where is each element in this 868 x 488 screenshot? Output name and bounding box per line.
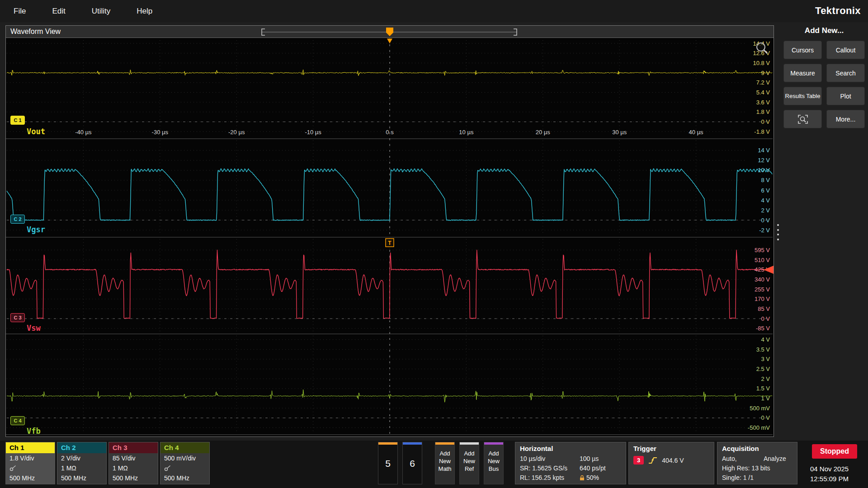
channel-1-panel[interactable]: Ch 1 1.8 V/div 500 MHz (5, 442, 55, 484)
results-table-button[interactable]: Results Table (783, 87, 822, 105)
measure-button[interactable]: Measure (783, 64, 822, 82)
channel-3-panel-label[interactable]: Ch 3 (109, 442, 158, 453)
channel-1-bandwidth: 500 MHz (6, 473, 55, 483)
tektronix-logo: Tektronix (815, 5, 861, 17)
trigger-source-badge: 3 (633, 456, 644, 465)
menu-file[interactable]: File (14, 7, 26, 16)
channel-3-scale: 85 V/div (109, 453, 158, 463)
channel-badge-c4[interactable]: C 4 (10, 416, 25, 425)
time-label: -30 µs (152, 129, 169, 136)
horizontal-sample-resolution: 640 ps/pt (580, 464, 606, 473)
scale-label-ch1: 3.6 V (756, 99, 770, 106)
acquisition-mode: Auto, (722, 454, 764, 464)
waveform-trace-ch3[interactable] (7, 250, 772, 319)
cursors-button[interactable]: Cursors (783, 41, 822, 59)
menu-edit[interactable]: Edit (52, 7, 65, 16)
channel-3-bandwidth: 500 MHz (109, 473, 158, 483)
channel-4-panel[interactable]: Ch 4 500 mV/div 500 MHz (160, 442, 210, 484)
scale-label-ch2: 2 V (761, 207, 770, 214)
scale-label-ch4: 500 mV (750, 405, 770, 412)
zoom-magnifier-icon[interactable] (757, 43, 765, 51)
horizontal-overview-bar[interactable] (6, 26, 774, 38)
add-new-bus-button[interactable]: Add New Bus (484, 442, 504, 484)
waveform-view[interactable]: 14.4 V12.6 V10.8 V9 V7.2 V5.4 V3.6 V1.8 … (5, 25, 774, 437)
scale-label-ch4: 2.5 V (756, 366, 770, 372)
scale-label-ch1: -1.8 V (754, 128, 770, 135)
zoom-select-button[interactable] (783, 110, 822, 128)
scale-label-ch1: 1.8 V (756, 108, 770, 115)
time-label: -20 µs (228, 129, 245, 136)
scale-label-ch2: 0 V (761, 217, 770, 224)
scale-label-ch2: -2 V (759, 227, 770, 234)
scale-label-ch2: 8 V (761, 177, 770, 183)
channel-1-panel-label[interactable]: Ch 1 (6, 442, 55, 453)
channel-4-panel-label[interactable]: Ch 4 (160, 442, 209, 453)
scale-label-ch2: 4 V (761, 197, 770, 204)
slot-button-6[interactable]: 6 (402, 442, 422, 484)
scale-label-ch4: 1 V (761, 395, 770, 402)
search-button[interactable]: Search (826, 64, 865, 82)
scale-label-ch4: 4 V (761, 336, 770, 343)
scale-label-ch3: 595 V (755, 247, 770, 253)
channel-name-vout[interactable]: Vout (27, 127, 45, 136)
channel-2-panel[interactable]: Ch 2 2 V/div 1 MΩ 500 MHz (57, 442, 107, 484)
more-button[interactable]: More... (826, 110, 865, 128)
channel-2-panel-label[interactable]: Ch 2 (57, 442, 106, 453)
probe-icon (9, 465, 17, 471)
add-new-panel: Add New... Cursors Callout Measure Searc… (783, 26, 865, 128)
slot-button-5[interactable]: 5 (378, 442, 398, 484)
panel-splitter-handle[interactable] (777, 224, 779, 240)
acquisition-analyze[interactable]: Analyze (764, 454, 786, 464)
channel-3-panel[interactable]: Ch 3 85 V/div 1 MΩ 500 MHz (108, 442, 158, 484)
channel-1-scale: 1.8 V/div (6, 453, 55, 463)
horizontal-window: 100 µs (580, 454, 599, 464)
scale-label-ch2: 6 V (761, 187, 770, 194)
marquee-zoom-icon (797, 114, 809, 125)
scale-label-ch1: 9 V (761, 70, 770, 76)
scale-label-ch4: 3.5 V (756, 346, 770, 353)
waveform-graticule[interactable]: 14.4 V12.6 V10.8 V9 V7.2 V5.4 V3.6 V1.8 … (6, 26, 774, 436)
channel-2-impedance: 1 MΩ (57, 463, 106, 473)
channel-badge-c3[interactable]: C 3 (10, 313, 25, 322)
time-label: 20 µs (536, 129, 551, 136)
trigger-position-marker-icon (386, 28, 393, 36)
plot-button[interactable]: Plot (826, 87, 865, 105)
scale-label-ch3: 340 V (755, 276, 770, 283)
lock-icon (580, 475, 585, 481)
acquisition-panel[interactable]: Acquisition Auto, Analyze High Res: 13 b… (717, 442, 797, 484)
scale-label-ch3: 0 V (761, 315, 770, 322)
channel-2-bandwidth: 500 MHz (57, 473, 106, 483)
menu-help[interactable]: Help (137, 7, 152, 16)
waveform-view-title: Waveform View (6, 28, 61, 35)
scale-label-ch4: -500 mV (748, 424, 770, 431)
scale-label-ch3: 85 V (758, 305, 770, 312)
scale-label-ch4: 2 V (761, 375, 770, 382)
channel-badge-c1[interactable]: C 1 (10, 116, 25, 125)
horizontal-panel[interactable]: Horizontal 10 µs/div 100 µs SR: 1.5625 G… (515, 442, 626, 484)
time-label: -40 µs (75, 129, 92, 136)
acquisition-title: Acquisition (722, 445, 793, 452)
menu-utility[interactable]: Utility (92, 7, 111, 16)
scale-label-ch4: 0 V (761, 414, 770, 421)
time-label: 40 µs (689, 129, 704, 136)
rising-edge-icon (648, 456, 658, 465)
callout-button[interactable]: Callout (826, 41, 865, 59)
acquisition-resolution: High Res: 13 bits (722, 464, 770, 473)
channel-name-vsw[interactable]: Vsw (27, 324, 41, 333)
horizontal-record-length: RL: 156.25 kpts (520, 473, 580, 483)
channel-name-vfb[interactable]: Vfb (27, 427, 41, 436)
scale-label-ch3: 510 V (755, 257, 770, 263)
trigger-title: Trigger (633, 445, 709, 452)
run-stop-status-button[interactable]: Stopped (812, 444, 857, 459)
add-new-ref-button[interactable]: Add New Ref (459, 442, 479, 484)
add-new-math-button[interactable]: Add New Math (435, 442, 455, 484)
trigger-event-letter: T (388, 240, 392, 246)
time-label: 0 s (386, 129, 394, 136)
channel-4-scale: 500 mV/div (160, 453, 209, 463)
menu-bar: File Edit Utility Help (0, 0, 868, 22)
channel-badge-c2[interactable]: C 2 (10, 215, 25, 224)
oscilloscope-app: File Edit Utility Help Tektronix 14.4 V1… (0, 0, 868, 488)
scale-label-ch2: 14 V (758, 147, 770, 154)
trigger-panel[interactable]: Trigger 3 404.6 V (628, 442, 714, 484)
channel-name-vgsr[interactable]: Vgsr (27, 225, 45, 234)
